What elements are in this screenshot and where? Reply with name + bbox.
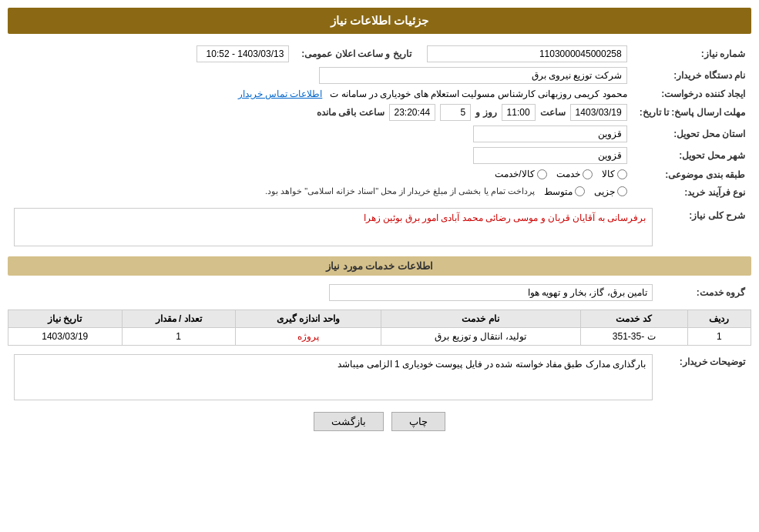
category-label: طبقه بندی موضوعی: <box>633 166 751 184</box>
page-title: جزئیات اطلاعات نیاز <box>8 8 751 34</box>
city-label: شهر محل تحویل: <box>633 145 751 166</box>
deadline-time-label: ساعت <box>540 107 566 118</box>
table-cell: تولید، انتقال و توزیع برق <box>381 328 580 346</box>
creator-value: محمود کریمی روزبهانی کارشناس مسولیت استع… <box>330 89 626 99</box>
category-kala-radio[interactable] <box>617 169 627 179</box>
category-kala-label: کالا <box>602 169 615 179</box>
table-cell: 1 <box>122 328 235 346</box>
table-header: ردیف <box>687 310 751 328</box>
sharah-label: شرح کلی نیاز: <box>659 206 751 249</box>
print-button[interactable]: چاپ <box>391 412 445 431</box>
process-note: پرداخت تمام یا بخشی از مبلغ خریدار از مح… <box>265 186 535 196</box>
group-value: تامین برق، گاز، بخار و تهویه هوا <box>329 284 653 301</box>
process-mottaset-label: متوسط <box>544 186 573 197</box>
company-value: شرکت توزیع نیروی برق <box>319 67 627 84</box>
table-header: واحد اندازه گیری <box>235 310 381 328</box>
sharah-value: برفرسانی به آقایان قربان و موسی رضائی مح… <box>14 208 653 246</box>
announcement-value: 1403/03/13 - 10:52 <box>196 45 289 62</box>
category-kala-khadamat-label: کالا/خدمت <box>495 169 534 179</box>
announcement-label: تاریخ و ساعت اعلان عمومی: <box>295 43 417 65</box>
creator-label: ایجاد کننده درخواست: <box>633 86 751 102</box>
province-value: قزوین <box>473 125 627 142</box>
deadline-remaining-label: ساعت باقی مانده <box>317 107 385 118</box>
creator-link[interactable]: اطلاعات تماس خریدار <box>238 89 323 99</box>
table-header: کد خدمت <box>580 310 687 328</box>
company-label: نام دستگاه خریدار: <box>633 65 751 86</box>
table-header: تاریخ نیاز <box>8 310 123 328</box>
tozihat-label: توضیحات خریدار: <box>659 352 751 403</box>
services-section-header: اطلاعات خدمات مورد نیاز <box>8 256 751 276</box>
deadline-days: 5 <box>440 104 471 121</box>
button-row: چاپ بازگشت <box>8 412 751 431</box>
deadline-days-label: روز و <box>475 107 496 118</box>
id-value: 1103000045000258 <box>427 45 627 62</box>
process-label: نوع فرآیند خرید: <box>633 184 751 202</box>
table-cell: 1403/03/19 <box>8 328 123 346</box>
table-header: نام خدمت <box>381 310 580 328</box>
deadline-label: مهلت ارسال پاسخ: تا تاریخ: <box>633 102 751 123</box>
province-label: استان محل تحویل: <box>633 123 751 145</box>
tozihat-value: بارگذاری مدارک طبق مفاد خواسته شده در فا… <box>14 354 653 400</box>
table-row: 1ت -35-351تولید، انتقال و توزیع برقپروژه… <box>8 328 751 346</box>
deadline-time: 11:00 <box>502 104 536 121</box>
category-khadamat-label: خدمت <box>556 169 580 179</box>
process-mottaset-radio[interactable] <box>575 186 585 196</box>
process-jozyi-radio[interactable] <box>617 186 627 196</box>
city-value: قزوین <box>473 147 627 164</box>
deadline-date: 1403/03/19 <box>570 104 627 121</box>
process-jozyi-label: جزیی <box>594 186 615 197</box>
services-table: ردیفکد خدمتنام خدمتواحد اندازه گیریتعداد… <box>8 309 751 346</box>
group-label: گروه خدمت: <box>659 282 751 303</box>
table-header: تعداد / مقدار <box>122 310 235 328</box>
table-cell: ت -35-351 <box>580 328 687 346</box>
back-button[interactable]: بازگشت <box>314 412 384 431</box>
category-kala-khadamat-radio[interactable] <box>537 169 547 179</box>
table-cell: 1 <box>687 328 751 346</box>
table-cell: پروژه <box>235 328 381 346</box>
deadline-remaining: 23:20:44 <box>389 104 436 121</box>
id-label: شماره نیاز: <box>633 43 751 65</box>
category-khadamat-radio[interactable] <box>583 169 593 179</box>
